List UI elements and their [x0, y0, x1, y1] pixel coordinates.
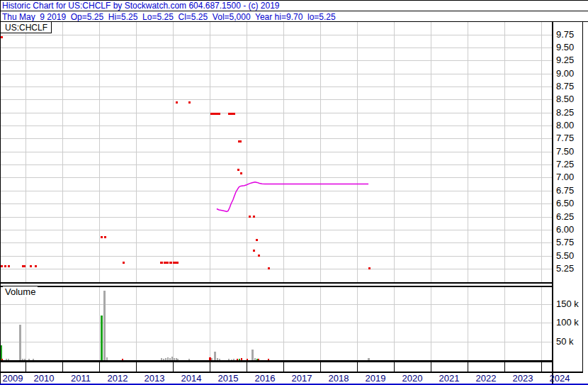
year-tick: [173, 362, 174, 372]
year-tick: [210, 362, 210, 372]
volume-panel-label: Volume: [3, 286, 38, 297]
year-label: 2020: [398, 374, 426, 384]
year-label: 2017: [288, 374, 316, 384]
year-label: 2014: [177, 374, 205, 384]
year-label: 2018: [324, 374, 353, 384]
year-label: 2010: [30, 374, 58, 384]
year-label: 2021: [435, 374, 463, 384]
year-label: 2009: [0, 374, 27, 384]
year-tick: [541, 362, 542, 372]
year-label: 2013: [140, 374, 169, 384]
stockwatch-historic-chart: Historic Chart for US:CHCLF by Stockwatc…: [0, 0, 588, 385]
year-tick: [394, 362, 395, 372]
year-tick: [357, 362, 358, 372]
year-label: 2024: [545, 374, 574, 384]
year-label: 2019: [361, 374, 390, 384]
year-label: 2022: [472, 374, 500, 384]
year-tick: [468, 362, 468, 372]
year-label: 2012: [103, 374, 132, 384]
year-label: 2023: [509, 374, 537, 384]
time-axis: 2009201020112012201320142015201620172018…: [0, 0, 588, 385]
year-tick: [504, 362, 505, 372]
year-tick: [247, 362, 247, 372]
year-tick: [99, 362, 100, 372]
year-tick: [431, 362, 431, 372]
year-tick: [62, 362, 63, 372]
year-label: 2016: [251, 374, 279, 384]
year-label: 2015: [214, 374, 242, 384]
year-tick: [26, 362, 26, 372]
year-tick: [283, 362, 284, 372]
year-tick: [320, 362, 321, 372]
year-label: 2011: [67, 374, 95, 384]
symbol-label-box: US:CHCLF: [1, 22, 52, 33]
symbol-label: US:CHCLF: [5, 23, 47, 33]
year-tick: [136, 362, 137, 372]
